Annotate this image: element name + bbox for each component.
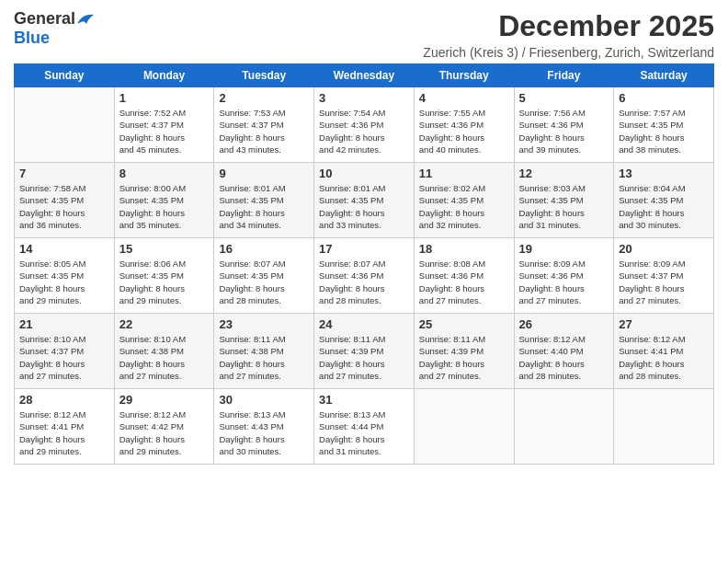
calendar-cell: 7Sunrise: 7:58 AM Sunset: 4:35 PM Daylig… [15, 163, 115, 238]
main-title: December 2025 [96, 9, 714, 43]
calendar-cell: 14Sunrise: 8:05 AM Sunset: 4:35 PM Dayli… [15, 238, 115, 314]
calendar-cell: 15Sunrise: 8:06 AM Sunset: 4:35 PM Dayli… [114, 238, 214, 314]
calendar-cell: 28Sunrise: 8:12 AM Sunset: 4:41 PM Dayli… [15, 389, 115, 465]
calendar-week-row-4: 28Sunrise: 8:12 AM Sunset: 4:41 PM Dayli… [15, 389, 714, 465]
day-info: Sunrise: 8:03 AM Sunset: 4:35 PM Dayligh… [519, 182, 609, 231]
col-tuesday: Tuesday [214, 64, 314, 87]
day-number: 16 [219, 242, 309, 256]
logo-blue-text: Blue [14, 29, 50, 47]
calendar-cell: 9Sunrise: 8:01 AM Sunset: 4:35 PM Daylig… [214, 163, 314, 238]
day-info: Sunrise: 8:01 AM Sunset: 4:35 PM Dayligh… [219, 182, 309, 231]
calendar-cell: 20Sunrise: 8:09 AM Sunset: 4:37 PM Dayli… [614, 238, 714, 314]
day-number: 7 [19, 167, 109, 180]
day-number: 31 [319, 393, 409, 407]
day-info: Sunrise: 8:02 AM Sunset: 4:35 PM Dayligh… [419, 182, 509, 231]
day-number: 20 [619, 242, 709, 256]
day-info: Sunrise: 8:13 AM Sunset: 4:43 PM Dayligh… [219, 408, 309, 457]
day-number: 5 [519, 91, 609, 105]
calendar-week-row-2: 14Sunrise: 8:05 AM Sunset: 4:35 PM Dayli… [15, 238, 714, 314]
calendar-cell: 1Sunrise: 7:52 AM Sunset: 4:37 PM Daylig… [114, 87, 214, 163]
day-info: Sunrise: 8:11 AM Sunset: 4:39 PM Dayligh… [419, 333, 509, 382]
day-info: Sunrise: 7:54 AM Sunset: 4:36 PM Dayligh… [319, 107, 409, 155]
calendar-cell: 29Sunrise: 8:12 AM Sunset: 4:42 PM Dayli… [114, 389, 214, 465]
day-number: 11 [419, 167, 509, 180]
calendar-cell: 3Sunrise: 7:54 AM Sunset: 4:36 PM Daylig… [314, 87, 415, 163]
day-number: 13 [619, 167, 709, 180]
day-info: Sunrise: 8:12 AM Sunset: 4:40 PM Dayligh… [519, 333, 609, 382]
calendar-cell: 16Sunrise: 8:07 AM Sunset: 4:35 PM Dayli… [214, 238, 314, 314]
page: General Blue December 2025 Zuerich (Krei… [0, 0, 728, 563]
col-friday: Friday [514, 64, 614, 87]
col-thursday: Thursday [414, 64, 514, 87]
day-info: Sunrise: 8:06 AM Sunset: 4:35 PM Dayligh… [119, 258, 210, 306]
calendar-cell: 10Sunrise: 8:01 AM Sunset: 4:35 PM Dayli… [314, 163, 415, 238]
calendar-week-row-3: 21Sunrise: 8:10 AM Sunset: 4:37 PM Dayli… [15, 314, 714, 389]
calendar-cell: 26Sunrise: 8:12 AM Sunset: 4:40 PM Dayli… [514, 314, 614, 389]
day-number: 9 [219, 167, 309, 180]
day-number: 21 [19, 317, 109, 331]
calendar-cell: 27Sunrise: 8:12 AM Sunset: 4:41 PM Dayli… [614, 314, 714, 389]
calendar-cell [15, 87, 115, 163]
day-number: 14 [19, 242, 109, 256]
day-number: 25 [419, 317, 509, 331]
calendar-cell: 18Sunrise: 8:08 AM Sunset: 4:36 PM Dayli… [414, 238, 514, 314]
calendar-cell: 19Sunrise: 8:09 AM Sunset: 4:36 PM Dayli… [514, 238, 614, 314]
day-info: Sunrise: 7:58 AM Sunset: 4:35 PM Dayligh… [19, 182, 109, 231]
day-info: Sunrise: 8:05 AM Sunset: 4:35 PM Dayligh… [19, 258, 109, 306]
col-sunday: Sunday [15, 64, 115, 87]
day-info: Sunrise: 7:55 AM Sunset: 4:36 PM Dayligh… [419, 107, 509, 155]
logo: General Blue [14, 9, 96, 48]
day-number: 23 [219, 317, 309, 331]
calendar-cell: 5Sunrise: 7:56 AM Sunset: 4:36 PM Daylig… [514, 87, 614, 163]
day-info: Sunrise: 7:52 AM Sunset: 4:37 PM Dayligh… [119, 107, 210, 155]
logo-bird-icon [75, 11, 96, 28]
calendar-header-row: Sunday Monday Tuesday Wednesday Thursday… [15, 64, 714, 87]
day-number: 17 [319, 242, 409, 256]
day-number: 10 [319, 167, 409, 180]
calendar-cell: 21Sunrise: 8:10 AM Sunset: 4:37 PM Dayli… [15, 314, 115, 389]
day-info: Sunrise: 8:01 AM Sunset: 4:35 PM Dayligh… [319, 182, 409, 231]
day-info: Sunrise: 8:12 AM Sunset: 4:41 PM Dayligh… [19, 408, 109, 457]
day-number: 12 [519, 167, 609, 180]
calendar-cell [414, 389, 514, 465]
calendar-cell: 25Sunrise: 8:11 AM Sunset: 4:39 PM Dayli… [414, 314, 514, 389]
day-info: Sunrise: 8:07 AM Sunset: 4:35 PM Dayligh… [219, 258, 309, 306]
day-number: 15 [119, 242, 210, 256]
day-number: 6 [619, 91, 709, 105]
calendar-cell: 11Sunrise: 8:02 AM Sunset: 4:35 PM Dayli… [414, 163, 514, 238]
day-number: 4 [419, 91, 509, 105]
day-number: 29 [119, 393, 210, 407]
day-info: Sunrise: 8:12 AM Sunset: 4:41 PM Dayligh… [619, 333, 709, 382]
day-number: 2 [219, 91, 309, 105]
calendar-cell: 30Sunrise: 8:13 AM Sunset: 4:43 PM Dayli… [214, 389, 314, 465]
calendar-cell [514, 389, 614, 465]
calendar-cell [614, 389, 714, 465]
day-info: Sunrise: 8:11 AM Sunset: 4:39 PM Dayligh… [319, 333, 409, 382]
day-number: 19 [519, 242, 609, 256]
day-info: Sunrise: 8:07 AM Sunset: 4:36 PM Dayligh… [319, 258, 409, 306]
day-number: 24 [319, 317, 409, 331]
day-info: Sunrise: 8:13 AM Sunset: 4:44 PM Dayligh… [319, 408, 409, 457]
day-info: Sunrise: 7:57 AM Sunset: 4:35 PM Dayligh… [619, 107, 709, 155]
day-number: 18 [419, 242, 509, 256]
logo-general-text: General [14, 9, 75, 29]
col-saturday: Saturday [614, 64, 714, 87]
day-info: Sunrise: 8:10 AM Sunset: 4:38 PM Dayligh… [119, 333, 210, 382]
header: General Blue December 2025 Zuerich (Krei… [14, 9, 714, 60]
day-info: Sunrise: 7:53 AM Sunset: 4:37 PM Dayligh… [219, 107, 309, 155]
day-number: 22 [119, 317, 210, 331]
calendar-table: Sunday Monday Tuesday Wednesday Thursday… [14, 63, 714, 465]
calendar-cell: 8Sunrise: 8:00 AM Sunset: 4:35 PM Daylig… [114, 163, 214, 238]
calendar-week-row-1: 7Sunrise: 7:58 AM Sunset: 4:35 PM Daylig… [15, 163, 714, 238]
day-info: Sunrise: 8:00 AM Sunset: 4:35 PM Dayligh… [119, 182, 210, 231]
calendar-cell: 24Sunrise: 8:11 AM Sunset: 4:39 PM Dayli… [314, 314, 415, 389]
day-info: Sunrise: 8:09 AM Sunset: 4:37 PM Dayligh… [619, 258, 709, 306]
col-wednesday: Wednesday [314, 64, 415, 87]
calendar-cell: 23Sunrise: 8:11 AM Sunset: 4:38 PM Dayli… [214, 314, 314, 389]
day-info: Sunrise: 8:11 AM Sunset: 4:38 PM Dayligh… [219, 333, 309, 382]
title-block: December 2025 Zuerich (Kreis 3) / Friese… [96, 9, 714, 60]
day-number: 28 [19, 393, 109, 407]
day-info: Sunrise: 8:09 AM Sunset: 4:36 PM Dayligh… [519, 258, 609, 306]
day-number: 30 [219, 393, 309, 407]
calendar-cell: 17Sunrise: 8:07 AM Sunset: 4:36 PM Dayli… [314, 238, 415, 314]
